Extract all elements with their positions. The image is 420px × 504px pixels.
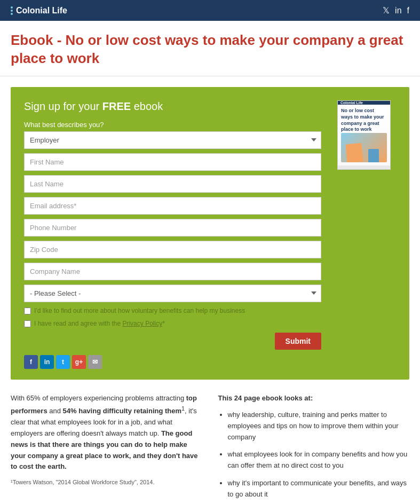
- form-section-inner: Sign up for your FREE ebook What best de…: [24, 100, 396, 369]
- email-input[interactable]: [24, 197, 321, 215]
- social-share-row: f in t g+ ✉: [24, 355, 321, 369]
- ebook-cover: Colonial Life No or low cost ways to mak…: [337, 100, 391, 170]
- form-left: Sign up for your FREE ebook What best de…: [24, 100, 321, 369]
- signup-heading-text: Sign up for your: [24, 100, 102, 112]
- share-linkedin-btn[interactable]: in: [40, 355, 54, 369]
- employer-select[interactable]: Employer Employee Broker: [24, 131, 321, 149]
- header-logo: Colonial Life: [11, 6, 67, 15]
- ebook-cover-logo: Colonial Life: [340, 101, 363, 105]
- footnote: ¹Towers Watson, "2014 Global Workforce S…: [11, 478, 202, 487]
- header-social: 𝕏 in f: [383, 5, 409, 15]
- checkbox-voluntary-label: I'd like to find out more about how volu…: [34, 306, 245, 316]
- share-twitter-btn[interactable]: t: [56, 355, 70, 369]
- share-googleplus-btn[interactable]: g+: [72, 355, 86, 369]
- checkbox-privacy-row: I have read and agree with the Privacy P…: [24, 319, 321, 328]
- logo-text: Colonial Life: [16, 6, 67, 15]
- privacy-policy-link[interactable]: Privacy Policy: [122, 320, 162, 327]
- logo-icon: Colonial Life: [11, 6, 67, 15]
- main-content: Sign up for your FREE ebook What best de…: [0, 76, 420, 504]
- ebook-cover-image: [341, 133, 387, 162]
- form-right: Colonial Life No or low cost ways to mak…: [332, 100, 396, 369]
- submit-row: Submit: [24, 333, 321, 350]
- facebook-icon[interactable]: f: [407, 6, 409, 15]
- signup-heading-suffix: ebook: [131, 100, 163, 112]
- body-right-list: why leadership, culture, training and pe…: [218, 410, 410, 504]
- checkbox-voluntary-row: I'd like to find out more about how volu…: [24, 306, 321, 316]
- share-email-btn[interactable]: ✉: [88, 355, 102, 369]
- phone-input[interactable]: [24, 219, 321, 237]
- submit-button[interactable]: Submit: [275, 333, 321, 350]
- page-title: Ebook - No or low cost ways to make your…: [11, 32, 409, 68]
- signup-heading: Sign up for your FREE ebook: [24, 100, 321, 113]
- form-section: Sign up for your FREE ebook What best de…: [11, 87, 409, 380]
- ebook-cover-body: No or low cost ways to make your company…: [338, 105, 390, 166]
- share-facebook-btn[interactable]: f: [24, 355, 38, 369]
- site-header: Colonial Life 𝕏 in f: [0, 0, 420, 21]
- list-item: why leadership, culture, training and pe…: [228, 410, 410, 443]
- checkbox-privacy[interactable]: [24, 320, 31, 327]
- logo-dots: [11, 6, 13, 15]
- list-item: why it's important to communicate your b…: [228, 478, 410, 500]
- body-left: With 65% of employers experiencing probl…: [11, 393, 202, 504]
- twitter-icon[interactable]: 𝕏: [383, 5, 390, 15]
- linkedin-icon[interactable]: in: [395, 6, 401, 15]
- please-select-dropdown[interactable]: - Please Select -: [24, 285, 321, 302]
- field-label: What best describes you?: [24, 121, 321, 129]
- page-title-area: Ebook - No or low cost ways to make your…: [0, 21, 420, 76]
- body-right: This 24 page ebook looks at: why leaders…: [218, 393, 410, 504]
- checkbox-voluntary[interactable]: [24, 308, 31, 314]
- body-right-heading: This 24 page ebook looks at:: [218, 393, 410, 404]
- list-item: what employees look for in company benef…: [228, 449, 410, 471]
- ebook-cover-footer: [338, 166, 390, 169]
- checkbox-privacy-label: I have read and agree with the Privacy P…: [34, 319, 165, 328]
- last-name-input[interactable]: [24, 175, 321, 193]
- body-text-section: With 65% of employers experiencing probl…: [11, 393, 409, 504]
- company-input[interactable]: [24, 263, 321, 280]
- first-name-input[interactable]: [24, 153, 321, 171]
- ebook-cover-title: No or low cost ways to make your company…: [341, 108, 387, 133]
- zip-input[interactable]: [24, 241, 321, 258]
- signup-heading-bold: FREE: [102, 100, 131, 112]
- ebook-cover-top: Colonial Life: [338, 101, 390, 105]
- body-left-text: With 65% of employers experiencing probl…: [11, 393, 202, 472]
